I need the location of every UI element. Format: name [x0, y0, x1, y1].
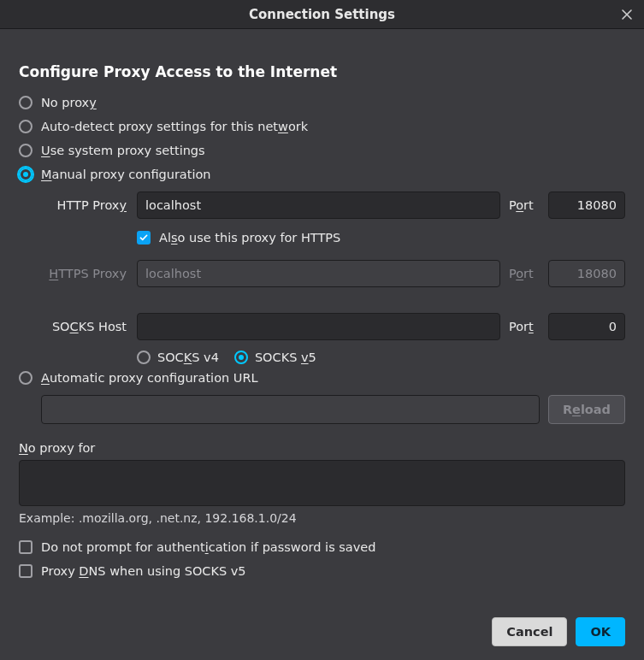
dialog-titlebar: Connection Settings — [0, 0, 644, 29]
label-auto-url[interactable]: Automatic proxy configuration URL — [41, 371, 258, 385]
dialog-title: Connection Settings — [249, 7, 395, 22]
pac-url-input — [41, 395, 540, 424]
label-auto-detect[interactable]: Auto-detect proxy settings for this netw… — [41, 120, 308, 133]
no-proxy-for-input[interactable] — [19, 460, 625, 506]
no-proxy-example: Example: .mozilla.org, .net.nz, 192.168.… — [19, 511, 625, 525]
checkbox-no-auth-prompt[interactable] — [19, 540, 32, 554]
http-port-label: Port — [507, 198, 541, 212]
socks-host-label: SOCKS Host — [36, 320, 130, 333]
close-icon[interactable] — [618, 6, 635, 23]
radio-auto-detect[interactable] — [19, 120, 32, 133]
section-heading: Configure Proxy Access to the Internet — [19, 63, 625, 80]
label-use-system[interactable]: Use system proxy settings — [41, 144, 205, 157]
label-socks-v5[interactable]: SOCKS v5 — [255, 351, 316, 364]
socks-host-input[interactable] — [137, 313, 500, 340]
label-socks-v4[interactable]: SOCKS v4 — [157, 351, 219, 364]
https-proxy-host-input — [137, 260, 500, 287]
label-also-https[interactable]: Also use this proxy for HTTPS — [159, 231, 340, 245]
label-no-auth-prompt[interactable]: Do not prompt for authentication if pass… — [41, 540, 375, 554]
socks-port-label: Port — [507, 320, 541, 333]
label-no-proxy[interactable]: No proxy — [41, 96, 97, 109]
label-manual[interactable]: Manual proxy configuration — [41, 168, 211, 181]
http-proxy-label: HTTP Proxy — [36, 198, 130, 212]
radio-manual[interactable] — [19, 168, 32, 181]
reload-button: Reload — [548, 395, 625, 424]
label-proxy-dns-socks5[interactable]: Proxy DNS when using SOCKS v5 — [41, 564, 246, 578]
radio-socks-v5[interactable] — [234, 351, 248, 364]
radio-socks-v4[interactable] — [137, 351, 151, 364]
no-proxy-for-label: No proxy for — [19, 441, 625, 455]
http-proxy-port-input[interactable] — [548, 192, 625, 219]
cancel-button[interactable]: Cancel — [492, 617, 567, 646]
radio-use-system[interactable] — [19, 144, 32, 157]
socks-port-input[interactable] — [548, 313, 625, 340]
https-port-label: Port — [507, 267, 541, 280]
ok-button[interactable]: OK — [576, 617, 625, 646]
radio-auto-url[interactable] — [19, 371, 32, 385]
checkbox-also-https[interactable] — [137, 231, 151, 245]
radio-no-proxy[interactable] — [19, 96, 32, 109]
https-proxy-port-input — [548, 260, 625, 287]
http-proxy-host-input[interactable] — [137, 192, 500, 219]
https-proxy-label: HTTPS Proxy — [36, 267, 130, 280]
checkbox-proxy-dns-socks5[interactable] — [19, 564, 32, 578]
